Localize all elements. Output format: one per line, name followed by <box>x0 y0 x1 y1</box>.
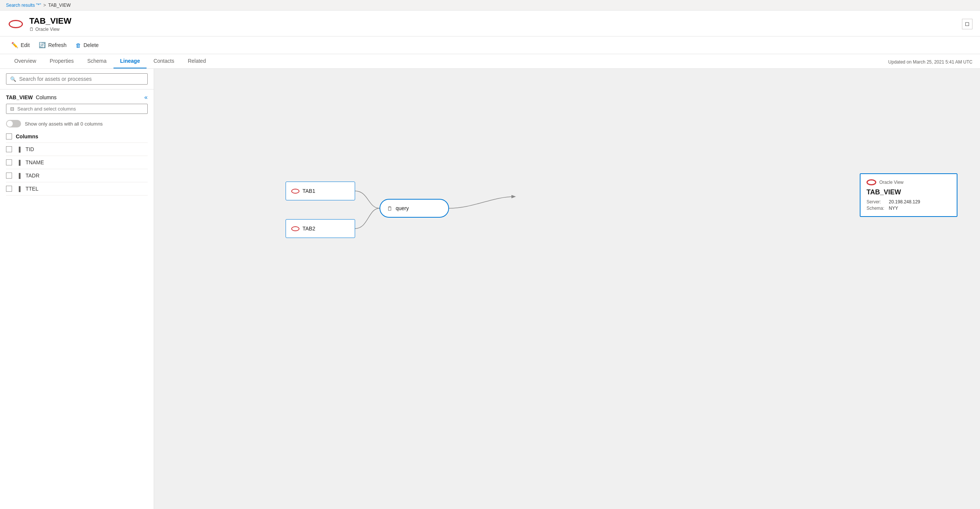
tab-schema[interactable]: Schema <box>80 54 113 69</box>
columns-panel: TAB_VIEW Columns « ⊟ Show only assets wi… <box>0 89 154 509</box>
canvas-area: TAB1 TAB2 🗒 query Oracle View TAB_VIEW S… <box>154 69 980 509</box>
tabview-oval-icon <box>867 179 876 185</box>
expand-button[interactable]: ☐ <box>962 19 972 29</box>
subtitle-icon: 🗒 <box>29 27 34 32</box>
tab-lineage[interactable]: Lineage <box>113 54 147 69</box>
toggle-label: Show only assets with all 0 columns <box>25 121 103 127</box>
divider-2 <box>6 169 148 169</box>
node-tabview[interactable]: Oracle View TAB_VIEW Server: 20.198.248.… <box>860 173 958 217</box>
sidebar-panel: 🔍 TAB_VIEW Columns « ⊟ <box>0 69 154 509</box>
checkbox-tid[interactable] <box>6 146 12 152</box>
column-row-ttel[interactable]: ▐ TTEL <box>3 183 151 195</box>
node-query-label: query <box>396 205 409 211</box>
connector-svg <box>154 69 980 509</box>
header-text-block: TAB_VIEW 🗒 Oracle View <box>29 16 72 32</box>
columns-panel-title: TAB_VIEW Columns <box>6 94 56 101</box>
node-query[interactable]: 🗒 query <box>380 199 449 218</box>
query-doc-icon: 🗒 <box>387 205 393 212</box>
columns-list-label: Columns <box>16 134 38 139</box>
tab-contacts[interactable]: Contacts <box>146 54 181 69</box>
filter-input-wrapper: ⊟ <box>6 104 148 114</box>
checkbox-tadr[interactable] <box>6 172 12 179</box>
tabview-type: Oracle View <box>879 180 904 185</box>
header-section: TAB_VIEW 🗒 Oracle View ☐ <box>0 11 980 37</box>
col-icon-tid: ▐ <box>16 147 22 152</box>
toolbar: ✏️ Edit 🔄 Refresh 🗑 Delete <box>0 37 980 54</box>
oracle-view-icon <box>8 16 24 32</box>
refresh-icon: 🔄 <box>39 42 46 48</box>
col-icon-ttel: ▐ <box>16 186 22 192</box>
search-input[interactable] <box>19 76 143 82</box>
column-row-tadr[interactable]: ▐ TADR <box>3 170 151 181</box>
tab-properties[interactable]: Properties <box>43 54 80 69</box>
schema-value: NYY <box>889 206 951 211</box>
header-subtitle: 🗒 Oracle View <box>29 27 72 32</box>
node-tab2[interactable]: TAB2 <box>286 219 355 238</box>
tab2-oval-icon <box>291 226 299 231</box>
col-icon-tname: ▐ <box>16 160 22 165</box>
checkbox-ttel[interactable] <box>6 186 12 192</box>
entity-name-label: TAB_VIEW <box>6 94 33 101</box>
page-title: TAB_VIEW <box>29 16 72 26</box>
col-name-tid: TID <box>25 146 34 152</box>
header-left: TAB_VIEW 🗒 Oracle View <box>8 16 72 32</box>
schema-key: Schema: <box>867 206 884 211</box>
main-content: 🔍 TAB_VIEW Columns « ⊟ <box>0 69 980 509</box>
tabs-bar: Overview Properties Schema Lineage Conta… <box>0 54 980 69</box>
oval-shape <box>9 20 23 28</box>
col-name-tadr: TADR <box>25 172 40 179</box>
tabs-list: Overview Properties Schema Lineage Conta… <box>8 54 213 69</box>
breadcrumb-link[interactable]: Search results "*" <box>6 3 41 8</box>
search-icon: 🔍 <box>10 76 16 82</box>
select-all-checkbox[interactable] <box>6 134 12 139</box>
delete-icon: 🗑 <box>76 42 81 48</box>
tabview-header: Oracle View <box>867 179 951 185</box>
edit-icon: ✏️ <box>11 42 18 48</box>
node-tab1[interactable]: TAB1 <box>286 182 355 200</box>
divider-1 <box>6 156 148 156</box>
tabview-name: TAB_VIEW <box>867 188 951 196</box>
refresh-button[interactable]: 🔄 Refresh <box>35 40 70 51</box>
search-input-wrapper: 🔍 <box>6 73 148 85</box>
node-tab2-label: TAB2 <box>302 225 315 231</box>
col-name-ttel: TTEL <box>25 186 38 192</box>
divider-4 <box>6 195 148 195</box>
checkbox-tname[interactable] <box>6 160 12 165</box>
columns-divider-top <box>6 142 148 143</box>
col-name-tname: TNAME <box>25 160 44 165</box>
delete-label: Delete <box>83 42 99 48</box>
toggle-switch[interactable] <box>6 120 21 128</box>
columns-list: Columns ▐ TID ▐ TNAME ▐ <box>0 131 154 195</box>
tabs-meta: Updated on March 25, 2021 5:41 AM UTC <box>888 59 972 69</box>
toggle-row: Show only assets with all 0 columns <box>0 118 154 131</box>
col-icon-tadr: ▐ <box>16 173 22 179</box>
tabview-detail: Server: 20.198.248.129 Schema: NYY <box>867 199 951 211</box>
filter-icon: ⊟ <box>10 106 14 112</box>
columns-list-header: Columns <box>3 131 151 142</box>
subtitle-text: Oracle View <box>35 27 59 32</box>
column-row-tname[interactable]: ▐ TNAME <box>3 157 151 168</box>
columns-panel-header: TAB_VIEW Columns « <box>0 89 154 104</box>
toggle-thumb <box>7 121 13 127</box>
edit-label: Edit <box>21 42 30 48</box>
columns-label: Columns <box>34 94 56 101</box>
refresh-label: Refresh <box>48 42 67 48</box>
expand-icon: ☐ <box>965 21 969 27</box>
breadcrumb-separator: > <box>43 3 46 8</box>
server-key: Server: <box>867 199 884 204</box>
tab-overview[interactable]: Overview <box>8 54 43 69</box>
toggle-track <box>6 120 21 128</box>
server-value: 20.198.248.129 <box>889 199 951 204</box>
tab-related[interactable]: Related <box>181 54 213 69</box>
filter-input[interactable] <box>17 106 143 112</box>
breadcrumb-current: TAB_VIEW <box>48 3 71 8</box>
edit-button[interactable]: ✏️ Edit <box>8 40 33 51</box>
collapse-button[interactable]: « <box>144 94 148 101</box>
node-tab1-label: TAB1 <box>302 188 315 194</box>
breadcrumb-bar: Search results "*" > TAB_VIEW <box>0 0 980 11</box>
column-row-tid[interactable]: ▐ TID <box>3 144 151 155</box>
search-bar-container: 🔍 <box>0 69 154 89</box>
tab1-oval-icon <box>291 189 299 194</box>
delete-button[interactable]: 🗑 Delete <box>72 40 102 51</box>
divider-3 <box>6 182 148 182</box>
